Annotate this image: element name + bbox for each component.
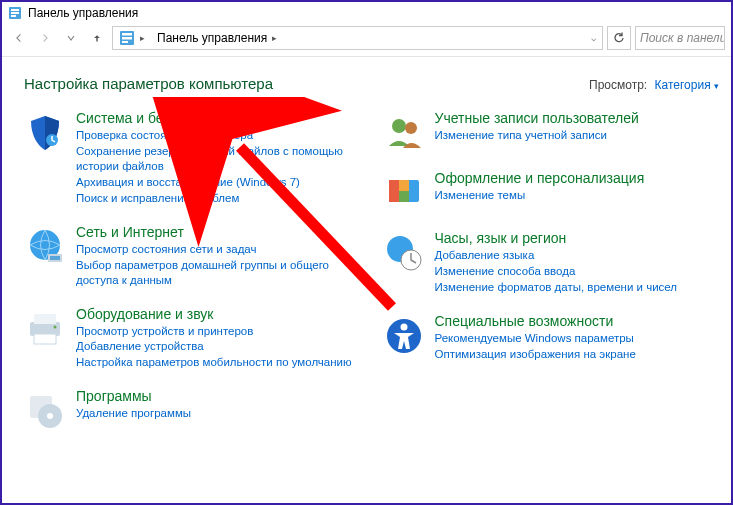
category-title[interactable]: Часы, язык и регион [435, 230, 678, 246]
category-link[interactable]: Проверка состояния компьютера [76, 128, 365, 143]
category-title[interactable]: Сеть и Интернет [76, 224, 365, 240]
address-segment[interactable]: Панель управления ▸ [153, 27, 283, 49]
svg-rect-23 [399, 180, 409, 191]
address-root-icon[interactable]: ▸ [115, 27, 151, 49]
address-bar[interactable]: ▸ Панель управления ▸ ⌵ [112, 26, 603, 50]
personalization-icon [383, 170, 425, 212]
up-button[interactable] [86, 27, 108, 49]
category-link[interactable]: Удаление программы [76, 406, 191, 421]
category-link[interactable]: Рекомендуемые Windows параметры [435, 331, 636, 346]
svg-rect-22 [389, 180, 399, 202]
category-title[interactable]: Оборудование и звук [76, 306, 352, 322]
category-link[interactable]: Изменение форматов даты, времени и чисел [435, 280, 678, 295]
category-link[interactable]: Просмотр состояния сети и задач [76, 242, 365, 257]
svg-rect-6 [122, 37, 132, 40]
chevron-right-icon[interactable]: ▸ [270, 33, 279, 43]
left-column: Система и безопасность Проверка состояни… [24, 110, 365, 448]
category-link[interactable]: Выбор параметров домашней группы и общег… [76, 258, 365, 288]
view-by-value[interactable]: Категория [655, 78, 711, 92]
users-icon [383, 110, 425, 152]
svg-rect-3 [11, 15, 16, 17]
category-appearance: Оформление и персонализация Изменение те… [383, 170, 724, 212]
category-network: Сеть и Интернет Просмотр состояния сети … [24, 224, 365, 288]
svg-rect-11 [50, 256, 60, 260]
recent-dropdown[interactable] [60, 27, 82, 49]
view-by: Просмотр: Категория ▾ [589, 78, 719, 92]
printer-icon [24, 306, 66, 348]
svg-rect-1 [11, 9, 19, 11]
category-link[interactable]: Изменение способа ввода [435, 264, 678, 279]
search-placeholder: Поиск в панели [640, 31, 725, 45]
chevron-down-icon[interactable]: ▾ [714, 81, 719, 91]
svg-point-20 [405, 122, 417, 134]
category-link[interactable]: Изменение темы [435, 188, 645, 203]
navigation-bar: ▸ Панель управления ▸ ⌵ Поиск в панели [2, 24, 731, 56]
disc-icon [24, 388, 66, 430]
svg-point-18 [47, 413, 53, 419]
shield-icon [24, 110, 66, 152]
globe-icon [24, 224, 66, 266]
category-users: Учетные записи пользователей Изменение т… [383, 110, 724, 152]
titlebar: Панель управления [2, 2, 731, 24]
clock-globe-icon [383, 230, 425, 272]
category-clock: Часы, язык и регион Добавление языка Изм… [383, 230, 724, 295]
svg-rect-14 [34, 334, 56, 344]
page-title: Настройка параметров компьютера [24, 75, 273, 92]
category-title[interactable]: Специальные возможности [435, 313, 636, 329]
category-title[interactable]: Учетные записи пользователей [435, 110, 639, 126]
category-link[interactable]: Настройка параметров мобильности по умол… [76, 355, 352, 370]
category-link[interactable]: Поиск и исправление проблем [76, 191, 365, 206]
svg-point-19 [392, 119, 406, 133]
svg-point-28 [400, 323, 407, 330]
forward-button[interactable] [34, 27, 56, 49]
category-ease-of-access: Специальные возможности Рекомендуемые Wi… [383, 313, 724, 362]
category-link[interactable]: Архивация и восстановление (Windows 7) [76, 175, 365, 190]
category-programs: Программы Удаление программы [24, 388, 365, 430]
svg-rect-13 [34, 314, 56, 324]
address-dropdown[interactable]: ⌵ [587, 33, 600, 43]
address-segment-label: Панель управления [157, 31, 267, 45]
category-title[interactable]: Система и безопасность [76, 110, 365, 126]
right-column: Учетные записи пользователей Изменение т… [383, 110, 724, 448]
category-title[interactable]: Программы [76, 388, 191, 404]
window-title: Панель управления [28, 6, 138, 20]
category-link[interactable]: Добавление устройства [76, 339, 352, 354]
category-title[interactable]: Оформление и персонализация [435, 170, 645, 186]
category-link[interactable]: Оптимизация изображения на экране [435, 347, 636, 362]
content-area: Настройка параметров компьютера Просмотр… [2, 57, 731, 448]
chevron-right-icon[interactable]: ▸ [138, 33, 147, 43]
category-link[interactable]: Сохранение резервных копий файлов с помо… [76, 144, 365, 174]
svg-rect-2 [11, 12, 19, 14]
category-link[interactable]: Просмотр устройств и принтеров [76, 324, 352, 339]
category-system-security: Система и безопасность Проверка состояни… [24, 110, 365, 206]
svg-rect-7 [122, 41, 128, 43]
view-by-label: Просмотр: [589, 78, 647, 92]
search-input[interactable]: Поиск в панели [635, 26, 725, 50]
category-hardware: Оборудование и звук Просмотр устройств и… [24, 306, 365, 371]
refresh-button[interactable] [607, 26, 631, 50]
svg-rect-24 [399, 191, 409, 202]
ease-of-access-icon [383, 313, 425, 355]
back-button[interactable] [8, 27, 30, 49]
svg-rect-5 [122, 33, 132, 36]
control-panel-icon [8, 6, 22, 20]
category-link[interactable]: Изменение типа учетной записи [435, 128, 639, 143]
category-link[interactable]: Добавление языка [435, 248, 678, 263]
svg-point-15 [54, 325, 57, 328]
